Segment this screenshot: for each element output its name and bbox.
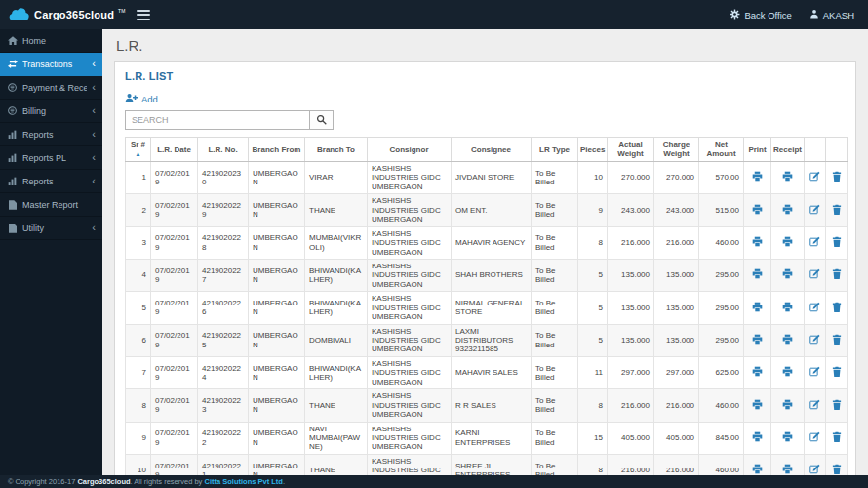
- chevron-left-icon: ‹: [92, 176, 96, 186]
- sidebar-item-payment-receipt[interactable]: Payment & Receipt‹: [0, 76, 102, 100]
- sidebar-item-billing[interactable]: Billing‹: [0, 100, 102, 123]
- cell-net-amount: 515.00: [699, 194, 744, 226]
- edit-icon: [809, 338, 820, 346]
- cell-consignor: KASHISHS INDUSTRIES GIDC UMBERGAON: [368, 324, 452, 356]
- cell-actual-weight: 216.000: [608, 454, 654, 475]
- lr-table-body: 107/02/20194219020230UMBERGAONVIRARKASHI…: [126, 162, 848, 476]
- column-header-net-amount[interactable]: Net Amount: [699, 138, 744, 162]
- edit-button[interactable]: [805, 356, 826, 388]
- receipt-print-button[interactable]: [771, 162, 805, 194]
- cell-pieces: 8: [578, 226, 608, 259]
- edit-button[interactable]: [805, 162, 826, 194]
- edit-button[interactable]: [805, 324, 826, 356]
- delete-button[interactable]: [826, 194, 848, 226]
- user-menu[interactable]: AKASH: [809, 9, 854, 20]
- delete-button[interactable]: [826, 259, 848, 291]
- column-header-branch-to[interactable]: Branch To: [305, 138, 368, 162]
- search-input[interactable]: [125, 110, 310, 130]
- edit-button[interactable]: [805, 292, 826, 324]
- print-button[interactable]: [744, 454, 771, 475]
- cell-lr-type: To Be Billed: [532, 454, 578, 475]
- column-header-charge-weight[interactable]: Charge Weight: [654, 138, 699, 162]
- print-button[interactable]: [744, 162, 771, 194]
- delete-button[interactable]: [826, 292, 848, 324]
- receipt-print-button[interactable]: [771, 324, 805, 356]
- delete-button[interactable]: [826, 454, 848, 475]
- reports-icon: [7, 130, 18, 139]
- receipt-print-button[interactable]: [771, 422, 805, 454]
- trash-icon: [832, 272, 842, 281]
- column-header-delete[interactable]: [826, 138, 848, 162]
- sidebar-item-reports-pl[interactable]: Reports PL‹: [0, 146, 102, 170]
- receipt-print-button[interactable]: [771, 356, 805, 388]
- column-header-edit[interactable]: [805, 138, 826, 162]
- app-window: Cargo365cloud TM Back Office AKASH HomeT…: [0, 0, 868, 488]
- delete-button[interactable]: [826, 162, 848, 194]
- cell-charge-weight: 216.000: [654, 454, 699, 475]
- back-office-label: Back Office: [744, 10, 791, 20]
- column-header-lr-no[interactable]: L.R. No.: [198, 138, 249, 162]
- print-button[interactable]: [744, 226, 771, 259]
- edit-button[interactable]: [805, 226, 826, 259]
- receipt-print-button[interactable]: [771, 454, 805, 475]
- cell-branch-from: UMBERGAON: [249, 454, 305, 475]
- cell-branch-from: UMBERGAON: [249, 226, 305, 259]
- column-header-consignor[interactable]: Consignor: [368, 138, 452, 162]
- column-header-consignee[interactable]: Consignee: [452, 138, 532, 162]
- sort-asc-icon: ▲: [135, 150, 140, 157]
- receipt-print-button[interactable]: [771, 226, 805, 259]
- column-header-actual-weight[interactable]: Actual Weight: [608, 138, 654, 162]
- edit-button[interactable]: [805, 259, 826, 291]
- edit-button[interactable]: [805, 454, 826, 475]
- brand-logo[interactable]: Cargo365cloud TM: [7, 6, 125, 24]
- column-header-receipt[interactable]: Receipt: [771, 138, 805, 162]
- sidebar-item-reports[interactable]: Reports‹: [0, 123, 102, 146]
- table-row: 507/02/20194219020226UMBERGAONBHIWANDI(K…: [126, 292, 848, 324]
- delete-button[interactable]: [826, 324, 848, 356]
- sidebar-item-reports-2[interactable]: Reports‹: [0, 170, 102, 193]
- print-button[interactable]: [744, 356, 771, 388]
- search-button[interactable]: [310, 110, 334, 130]
- hamburger-menu-icon[interactable]: [137, 10, 150, 20]
- add-button[interactable]: Add: [125, 93, 158, 104]
- sidebar-item-home[interactable]: Home: [0, 29, 102, 53]
- receipt-print-button[interactable]: [771, 259, 805, 291]
- print-button[interactable]: [744, 259, 771, 291]
- brand-trademark: TM: [118, 8, 125, 14]
- cell-lr-no: 4219020228: [198, 226, 249, 259]
- delete-button[interactable]: [826, 226, 848, 259]
- print-button[interactable]: [744, 389, 771, 422]
- column-header-lr-type[interactable]: LR Type: [532, 138, 578, 162]
- delete-button[interactable]: [826, 356, 848, 388]
- sidebar-item-utility[interactable]: Utility‹: [0, 217, 102, 240]
- print-button[interactable]: [744, 324, 771, 356]
- cell-lr-no: 4219020223: [198, 389, 249, 422]
- delete-button[interactable]: [826, 422, 848, 454]
- printer-icon: [782, 240, 793, 249]
- delete-button[interactable]: [826, 389, 848, 422]
- print-button[interactable]: [744, 194, 771, 226]
- column-header-print[interactable]: Print: [744, 138, 771, 162]
- receipt-print-button[interactable]: [771, 194, 805, 226]
- sidebar-item-transactions[interactable]: Transactions‹: [0, 53, 102, 76]
- column-header-sr[interactable]: Sr # ▲: [126, 138, 151, 162]
- printer-icon: [752, 208, 763, 217]
- receipt-print-button[interactable]: [771, 389, 805, 422]
- edit-button[interactable]: [805, 194, 826, 226]
- back-office-button[interactable]: Back Office: [730, 9, 791, 21]
- cell-branch-to: BHIWANDI(KALHER): [305, 292, 368, 324]
- edit-button[interactable]: [805, 422, 826, 454]
- column-header-branch-from[interactable]: Branch From: [249, 138, 305, 162]
- sidebar-item-master-report[interactable]: Master Report: [0, 193, 102, 217]
- payment-receipt-icon: [7, 83, 18, 92]
- print-button[interactable]: [744, 292, 771, 324]
- receipt-print-button[interactable]: [771, 292, 805, 324]
- edit-button[interactable]: [805, 389, 826, 422]
- cell-lr-type: To Be Billed: [532, 422, 578, 454]
- print-button[interactable]: [744, 422, 771, 454]
- copyright-suffix: .: [283, 477, 285, 486]
- cell-consignor: KASHISHS INDUSTRIES GIDC UMBERGAON: [368, 292, 452, 324]
- column-header-pieces[interactable]: Pieces: [578, 138, 608, 162]
- reports-2-icon: [7, 177, 18, 185]
- column-header-lr-date[interactable]: L.R. Date: [151, 138, 198, 162]
